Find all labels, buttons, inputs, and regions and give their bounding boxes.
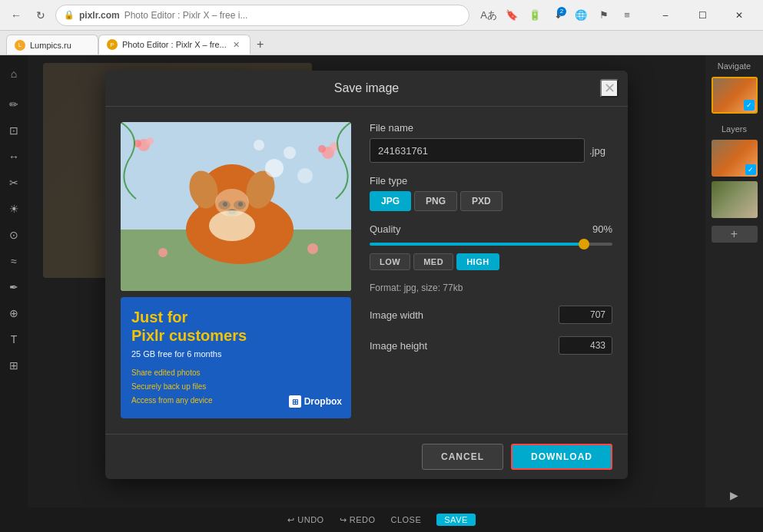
svg-point-14 [215, 189, 249, 216]
navigate-title: Navigate [718, 61, 751, 71]
type-jpg-button[interactable]: JPG [370, 191, 411, 211]
tab-favicon-lumpics: L [15, 40, 25, 51]
modal-body: Just for Pixlr customers 25 GB free for … [105, 107, 628, 434]
browser-actions: Aあ 🔖 🔋 ⬇ 2 🌐 ⚑ ≡ [479, 5, 637, 25]
download-button[interactable]: DOWNLOAD [511, 444, 612, 470]
battery-button[interactable]: 🔋 [525, 5, 545, 25]
tool-crop[interactable]: ⊡ [2, 118, 26, 143]
quality-low-button[interactable]: LOW [370, 253, 410, 270]
layers-title: Layers [722, 124, 747, 134]
svg-point-25 [297, 168, 313, 183]
save-button[interactable]: SAVE [436, 514, 476, 526]
download-badge: 2 [557, 7, 566, 16]
image-height-label: Image height [370, 340, 427, 352]
new-tab-button[interactable]: + [250, 35, 270, 55]
svg-point-24 [284, 147, 296, 159]
tab-pixlr[interactable]: P Photo Editor : Pixlr X – fre... ✕ [98, 35, 250, 55]
filename-row: .jpg [370, 138, 612, 163]
minimize-button[interactable]: – [648, 5, 683, 26]
tab-lumpics[interactable]: L Lumpics.ru [6, 35, 98, 55]
tool-filter[interactable]: ⊙ [2, 223, 26, 247]
right-panel: Navigate ✓ Layers ✓ + ▶ [705, 55, 763, 507]
layer-check-icon: ✓ [744, 100, 755, 111]
add-layer-button[interactable]: + [712, 226, 758, 243]
tab-close-icon[interactable]: ✕ [231, 39, 242, 50]
image-width-label: Image width [370, 309, 423, 321]
editor-main: Save image ✕ [28, 55, 705, 507]
flag-button[interactable]: ⚑ [594, 5, 614, 25]
tool-transform[interactable]: ↔ [2, 144, 26, 169]
layer-thumb-1[interactable]: ✓ [712, 77, 758, 114]
image-width-row: Image width [370, 306, 612, 324]
type-pxd-button[interactable]: PXD [460, 191, 503, 211]
download-button[interactable]: ⬇ 2 [548, 5, 568, 25]
svg-point-19 [318, 145, 326, 153]
quality-value: 90% [592, 223, 612, 235]
globe-button[interactable]: 🌐 [571, 5, 591, 25]
quality-high-button[interactable]: HIGH [456, 253, 499, 270]
svg-point-26 [254, 140, 264, 150]
menu-button[interactable]: ≡ [617, 5, 637, 25]
svg-point-21 [158, 248, 168, 257]
window-controls: – ☐ ✕ [648, 5, 757, 26]
lock-icon: 🔒 [64, 10, 75, 20]
modal-title: Save image [334, 81, 400, 95]
close-window-button[interactable]: ✕ [722, 5, 757, 26]
ad-subtext: 25 GB free for 6 months [131, 349, 340, 359]
address-bar[interactable]: 🔒 pixlr.com Photo Editor : Pixlr X – fre… [55, 5, 469, 26]
modal-footer: CANCEL DOWNLOAD [105, 434, 628, 479]
translate-button[interactable]: Aあ [479, 5, 499, 25]
quality-slider[interactable] [370, 243, 612, 246]
preview-area: Just for Pixlr customers 25 GB free for … [121, 122, 351, 418]
cancel-button[interactable]: CANCEL [422, 444, 503, 470]
filename-input[interactable] [370, 138, 585, 163]
tab-favicon-pixlr: P [107, 39, 118, 50]
ad-headline: Just for Pixlr customers [131, 308, 340, 345]
tool-brightness[interactable]: ☀ [2, 197, 26, 221]
redo-button[interactable]: ↪ REDO [340, 515, 376, 525]
file-type-group: File type JPG PNG PXD [370, 175, 612, 211]
file-type-buttons: JPG PNG PXD [370, 191, 612, 211]
tool-clone[interactable]: ⊕ [2, 301, 26, 325]
dropbox-icon: ⊞ [289, 395, 301, 408]
file-type-label: File type [370, 175, 612, 187]
svg-point-17 [146, 137, 154, 145]
quality-label: Quality [370, 223, 400, 235]
tool-sticker[interactable]: ⊞ [2, 353, 26, 378]
back-button[interactable]: ← [6, 5, 26, 25]
tab-bar: L Lumpics.ru P Photo Editor : Pixlr X – … [0, 31, 763, 55]
undo-button[interactable]: ↩ UNDO [287, 515, 323, 525]
tool-liquify[interactable]: ≈ [2, 249, 26, 273]
page-title-bar: Photo Editor : Pixlr X – free i... [124, 10, 248, 21]
image-height-row: Image height [370, 336, 612, 355]
tab-label-lumpics: Lumpics.ru [30, 41, 71, 50]
close-button[interactable]: CLOSE [390, 515, 421, 524]
tool-cut[interactable]: ✂ [2, 170, 26, 195]
tool-edit[interactable]: ✏ [2, 92, 26, 117]
layer-thumb-3[interactable] [712, 181, 758, 218]
refresh-button[interactable]: ↻ [31, 5, 51, 25]
layer-2-check-icon: ✓ [745, 164, 756, 175]
save-image-modal: Save image ✕ [105, 71, 628, 479]
image-height-input[interactable] [559, 336, 612, 355]
svg-point-22 [307, 243, 318, 254]
layer-thumb-2[interactable]: ✓ [712, 140, 758, 177]
modal-overlay: Save image ✕ [28, 55, 705, 507]
modal-header: Save image ✕ [105, 71, 628, 107]
panel-expand-icon[interactable]: ▶ [730, 489, 738, 501]
bookmark-button[interactable]: 🔖 [502, 5, 522, 25]
tool-brush[interactable]: ✒ [2, 275, 26, 299]
image-width-input[interactable] [559, 306, 612, 324]
quality-med-button[interactable]: MED [413, 253, 453, 270]
svg-point-23 [265, 159, 284, 177]
preview-image [121, 122, 351, 291]
tool-text[interactable]: T [2, 327, 26, 352]
site-name: pixlr.com [79, 10, 120, 21]
quality-group: Quality 90% LOW MED HIGH [370, 223, 612, 270]
tool-home[interactable]: ⌂ [2, 61, 26, 86]
type-png-button[interactable]: PNG [414, 191, 457, 211]
file-name-group: File name .jpg [370, 122, 612, 163]
ad-banner: Just for Pixlr customers 25 GB free for … [121, 297, 351, 418]
modal-close-button[interactable]: ✕ [600, 79, 619, 97]
restore-button[interactable]: ☐ [685, 5, 720, 26]
